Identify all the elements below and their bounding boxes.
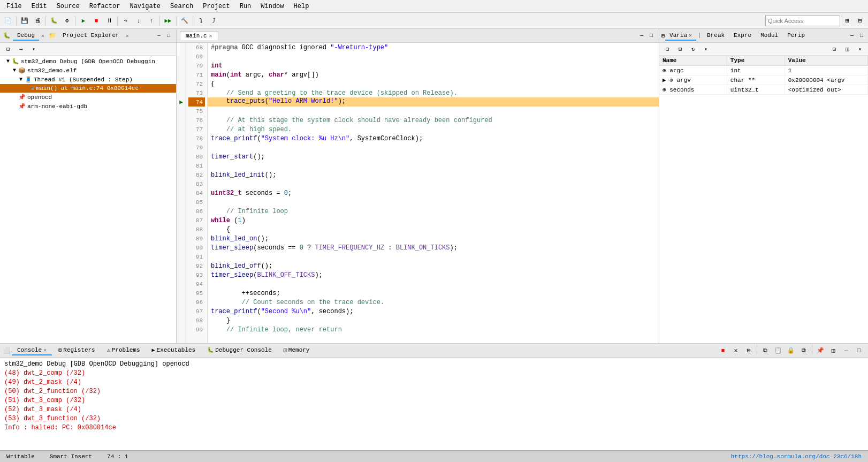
console-clear[interactable]: ⊟ (743, 345, 755, 357)
left-panel-minimize[interactable]: — (155, 32, 163, 40)
menu-bar: File Edit Source Refactor Navigate Searc… (0, 0, 868, 13)
console-close-btn[interactable]: ✕ (730, 345, 742, 357)
left-disconnect[interactable]: ⇥ (15, 43, 27, 55)
tab-debugger-console[interactable]: 🐛 Debugger Console (202, 346, 277, 355)
console-scroll-lock[interactable]: 🔒 (785, 345, 797, 357)
menu-navigate[interactable]: Navigate (125, 2, 165, 11)
executables-icon: ▶ (152, 347, 155, 353)
tab-registers[interactable]: ⊞ Registers (53, 346, 100, 355)
console-filter[interactable]: ⧉ (798, 345, 810, 357)
editor-tab-main-c[interactable]: main.c ✕ (180, 31, 218, 40)
console-minimize[interactable]: — (840, 345, 852, 357)
console-maximize[interactable]: □ (853, 345, 865, 357)
tab-console-close[interactable]: ✕ (43, 347, 47, 353)
tab-modules[interactable]: Modul (756, 31, 782, 41)
toolbar-new[interactable]: 📄 (2, 15, 14, 27)
left-more[interactable]: ▾ (28, 43, 40, 55)
code-line-84: uint32_t seconds = 0; (208, 188, 659, 198)
toolbar-save[interactable]: 💾 (19, 15, 31, 27)
tab-peripherals-label: Perip (787, 32, 805, 39)
vars-collapse[interactable]: ⊟ (661, 43, 673, 55)
console-copy[interactable]: ⧉ (759, 345, 771, 357)
toolbar-step-over[interactable]: ↷ (120, 15, 132, 27)
toolbar-open-perspective[interactable]: ⊞ (841, 15, 853, 27)
toolbar-step-return[interactable]: ↑ (146, 15, 157, 27)
tab-memory[interactable]: ◫ Memory (278, 346, 315, 355)
toolbar-build[interactable]: 🔨 (179, 15, 191, 27)
menu-help[interactable]: Help (290, 2, 314, 11)
tab-executables[interactable]: ▶ Executables (147, 346, 201, 355)
tab-project-explorer[interactable]: Project Explorer (58, 31, 124, 41)
toolbar-debug[interactable]: 🐛 (48, 15, 60, 27)
menu-window[interactable]: Window (256, 2, 288, 11)
tree-item-gdb[interactable]: 📌 arm-none-eabi-gdb (0, 102, 176, 111)
code-line-91 (208, 252, 659, 261)
vars-expand[interactable]: ⊞ (674, 43, 686, 55)
console-paste[interactable]: 📋 (772, 345, 784, 357)
console-stop[interactable]: ■ (717, 345, 729, 357)
tab-variables[interactable]: Varia ✕ (665, 31, 696, 41)
toolbar-stop[interactable]: ■ (90, 15, 102, 27)
toolbar-perspectives[interactable]: ⊟ (854, 15, 866, 27)
console-line-5: (53) dwt_3_function (/32) (4, 414, 864, 423)
toolbar-step-into[interactable]: ↓ (133, 15, 144, 27)
tab-breakpoints[interactable]: Break (703, 31, 729, 41)
code-line-97: trace_printf("Second %u\n", seconds); (208, 307, 659, 316)
menu-file[interactable]: File (2, 2, 26, 11)
quick-access-input[interactable] (765, 16, 840, 26)
tab-expressions-label: Expre (734, 32, 751, 39)
left-collapse-all[interactable]: ⊟ (2, 43, 14, 55)
right-panel-minimize[interactable]: — (848, 32, 856, 40)
editor-tab-close[interactable]: ✕ (209, 33, 212, 39)
code-line-90: timer_sleep(seconds == 0 ? TIMER_FREQUEN… (208, 243, 659, 252)
toolbar-run[interactable]: ▶ (78, 15, 89, 27)
vars-layout-1[interactable]: ⊡ (828, 43, 840, 55)
console-layout[interactable]: ◫ (827, 345, 839, 357)
tree-item-frame[interactable]: ≡ main() at main.c:74 0x80014ce (0, 84, 176, 93)
vars-settings[interactable]: ▾ (700, 43, 712, 55)
tab-debugger-console-label: Debugger Console (215, 347, 272, 353)
vars-layout-2[interactable]: ◫ (841, 43, 853, 55)
tab-problems[interactable]: ⚠ Problems (102, 346, 146, 355)
tab-peripherals[interactable]: Perip (783, 31, 809, 41)
toolbar-suspend[interactable]: ⏸ (103, 15, 115, 27)
editor-minimize[interactable]: — (637, 32, 646, 40)
debugger-console-icon: 🐛 (207, 347, 214, 353)
console-pin[interactable]: 📌 (814, 345, 826, 357)
vars-refresh[interactable]: ↻ (687, 43, 699, 55)
code-line-71: main(int argc, char* argv[]) (208, 70, 659, 79)
tab-console[interactable]: Console ✕ (12, 346, 52, 355)
tree-item-debug-session[interactable]: ▼ 🐛 stm32_demo Debug [GDB OpenOCD Debugg… (0, 57, 176, 66)
menu-search[interactable]: Search (166, 2, 197, 11)
tree-item-openocd[interactable]: 📌 openocd (0, 93, 176, 102)
menu-source[interactable]: Source (52, 2, 84, 11)
var-row-argc[interactable]: ⊕ argc int 1 (659, 66, 868, 75)
toolbar-resume[interactable]: ▶▶ (162, 15, 174, 27)
tab-expressions[interactable]: Expre (729, 31, 756, 41)
toolbar-settings[interactable]: ⚙ (61, 15, 73, 27)
left-panel-header: 🐛 Debug ✕ 📁 Project Explorer ✕ — □ (0, 29, 176, 43)
tree-item-thread[interactable]: ▼ 🧵 Thread #1 (Suspended : Step) (0, 75, 176, 84)
menu-project[interactable]: Project (199, 2, 234, 11)
menu-refactor[interactable]: Refactor (85, 2, 125, 11)
toolbar-print[interactable]: 🖨 (32, 15, 43, 27)
code-content[interactable]: #pragma GCC diagnostic ignored "-Wreturn… (208, 43, 659, 343)
tab-variables-close[interactable]: ✕ (689, 32, 692, 39)
exec-arrow-74: ▶ (179, 99, 183, 105)
vars-layout-3[interactable]: ▾ (854, 43, 866, 55)
app-window: File Edit Source Refactor Navigate Searc… (0, 0, 868, 462)
menu-edit[interactable]: Edit (27, 2, 51, 11)
ln-70: 70 (188, 61, 205, 70)
tab-debug[interactable]: Debug (13, 31, 39, 41)
menu-run[interactable]: Run (235, 2, 256, 11)
col-name: Name (659, 56, 727, 65)
right-panel-maximize[interactable]: □ (857, 32, 866, 40)
tree-item-elf[interactable]: ▼ 📦 stm32_demo.elf (0, 66, 176, 75)
bp-96 (177, 298, 186, 307)
editor-maximize[interactable]: □ (647, 32, 656, 40)
toolbar-next-annot[interactable]: ⤵ (195, 15, 207, 27)
left-panel-maximize[interactable]: □ (164, 32, 173, 40)
var-row-argv[interactable]: ▶ ⊕ argv char ** 0x20000004 <argv (659, 75, 868, 85)
toolbar-prev-annot[interactable]: ⤴ (208, 15, 220, 27)
var-row-seconds[interactable]: ⊕ seconds uint32_t <optimized out> (659, 85, 868, 95)
